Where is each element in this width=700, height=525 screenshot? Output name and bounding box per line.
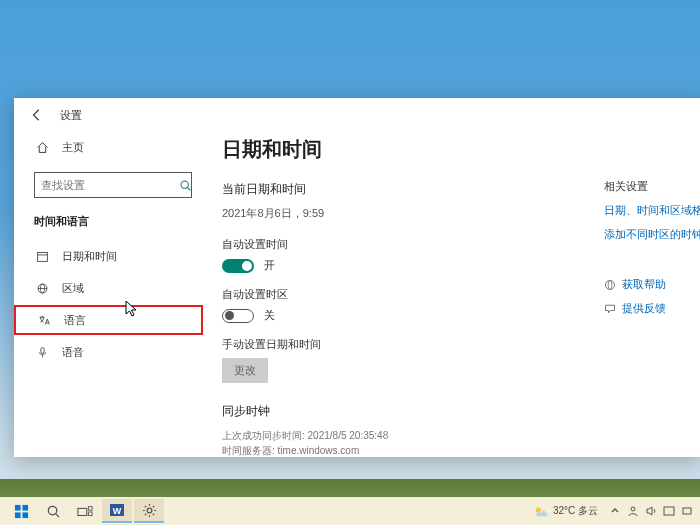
svg-point-9 [608, 281, 612, 290]
svg-rect-13 [22, 512, 28, 518]
page-title: 日期和时间 [222, 136, 604, 163]
svg-point-8 [606, 281, 615, 290]
last-sync-text: 上次成功同步时间: 2021/8/5 20:35:48 [222, 428, 604, 443]
settings-window: 设置 主页 时间和语言 日期和 [14, 98, 700, 457]
sidebar-item-label: 区域 [62, 281, 84, 296]
language-icon [36, 314, 52, 327]
taskbar-app-word[interactable]: W [102, 499, 132, 523]
related-link-format[interactable]: 日期、时间和区域格式设置 [604, 204, 700, 218]
auto-timezone-toggle[interactable] [222, 309, 254, 323]
sidebar-home[interactable]: 主页 [34, 132, 206, 162]
sidebar-item-label: 语音 [62, 345, 84, 360]
tray-network-icon[interactable] [680, 505, 694, 517]
svg-rect-16 [78, 508, 87, 515]
get-help-link[interactable]: 获取帮助 [604, 278, 700, 292]
svg-line-1 [188, 187, 191, 190]
sidebar-item-language[interactable]: 语言 [14, 305, 203, 335]
task-view-button[interactable] [70, 499, 100, 523]
search-icon [179, 179, 192, 192]
tray-ime-icon[interactable] [662, 505, 676, 517]
auto-timezone-label: 自动设置时区 [222, 287, 604, 302]
auto-time-toggle[interactable] [222, 259, 254, 273]
tray-chevron-icon[interactable] [608, 506, 622, 516]
search-box[interactable] [34, 172, 192, 198]
weather-text: 32°C 多云 [553, 504, 598, 518]
svg-rect-12 [14, 512, 20, 518]
feedback-icon [604, 303, 616, 315]
sidebar-home-label: 主页 [62, 140, 84, 155]
svg-rect-24 [664, 507, 674, 515]
search-taskbar-button[interactable] [38, 499, 68, 523]
svg-point-21 [147, 508, 152, 513]
current-datetime-label: 当前日期和时间 [222, 181, 604, 198]
svg-point-14 [48, 506, 56, 514]
taskbar-app-settings[interactable] [134, 499, 164, 523]
window-header: 设置 [14, 98, 700, 132]
main-content: 日期和时间 当前日期和时间 2021年8月6日，9:59 自动设置时间 开 自动… [222, 136, 604, 457]
related-settings-title: 相关设置 [604, 180, 700, 194]
home-icon [34, 141, 50, 154]
svg-rect-2 [37, 252, 47, 261]
sync-clock-heading: 同步时钟 [222, 403, 604, 420]
change-button[interactable]: 更改 [222, 358, 268, 383]
microphone-icon [34, 346, 50, 359]
svg-rect-17 [89, 506, 93, 510]
sidebar-item-label: 语言 [64, 313, 86, 328]
svg-point-23 [631, 507, 635, 511]
tray-people-icon[interactable] [626, 505, 640, 517]
taskbar-weather[interactable]: 32°C 多云 [533, 504, 598, 518]
auto-time-state: 开 [264, 258, 275, 273]
taskbar[interactable]: W 32°C 多云 [0, 497, 700, 525]
manual-set-label: 手动设置日期和时间 [222, 337, 604, 352]
svg-point-0 [181, 181, 188, 188]
search-input[interactable] [41, 179, 179, 191]
svg-rect-25 [683, 508, 691, 514]
related-link-timezones[interactable]: 添加不同时区的时钟 [604, 228, 700, 242]
sidebar: 主页 时间和语言 日期和时间 [14, 132, 212, 457]
svg-rect-10 [14, 504, 20, 510]
sidebar-section-title: 时间和语言 [34, 214, 206, 229]
related-panel: 相关设置 日期、时间和区域格式设置 添加不同时区的时钟 获取帮助 提供反馈 [604, 136, 700, 457]
calendar-clock-icon [34, 250, 50, 263]
sidebar-item-label: 日期和时间 [62, 249, 117, 264]
svg-rect-7 [40, 347, 43, 353]
svg-line-15 [55, 513, 58, 516]
auto-time-label: 自动设置时间 [222, 237, 604, 252]
back-button[interactable] [28, 106, 46, 124]
svg-text:W: W [113, 506, 122, 516]
svg-rect-18 [89, 511, 93, 515]
window-title: 设置 [60, 108, 82, 123]
current-datetime-value: 2021年8月6日，9:59 [222, 206, 604, 221]
help-icon [604, 279, 616, 291]
auto-timezone-state: 关 [264, 308, 275, 323]
weather-icon [533, 504, 549, 518]
time-server-text: 时间服务器: time.windows.com [222, 443, 604, 457]
sidebar-item-speech[interactable]: 语音 [14, 337, 206, 367]
svg-point-22 [536, 507, 541, 512]
svg-rect-11 [22, 504, 28, 510]
sidebar-item-region[interactable]: 区域 [14, 273, 206, 303]
tray-volume-icon[interactable] [644, 505, 658, 517]
globe-icon [34, 282, 50, 295]
sidebar-item-datetime[interactable]: 日期和时间 [14, 241, 206, 271]
start-button[interactable] [6, 499, 36, 523]
feedback-link[interactable]: 提供反馈 [604, 302, 700, 316]
